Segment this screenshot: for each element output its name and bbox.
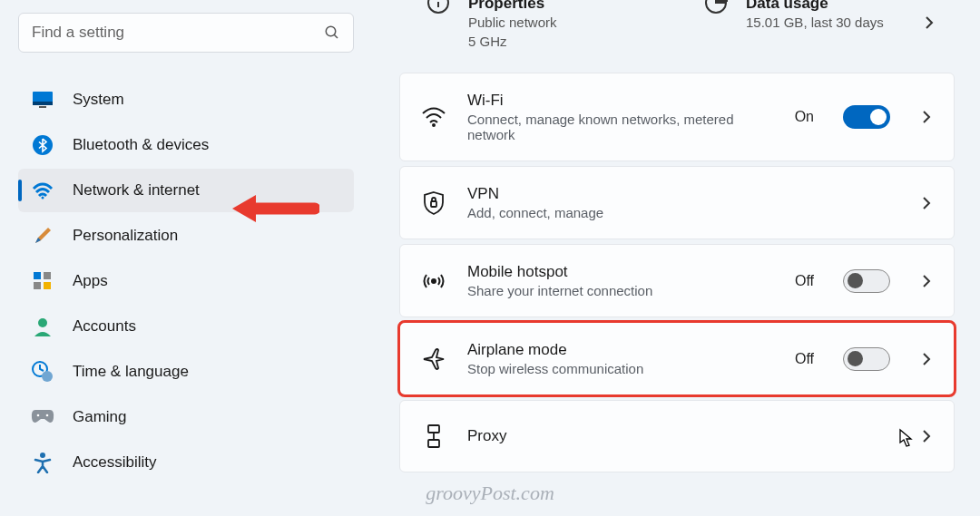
accessibility-icon bbox=[31, 451, 54, 474]
svg-rect-24 bbox=[428, 440, 439, 447]
sidebar-item-label: Personalization bbox=[73, 227, 178, 245]
svg-point-6 bbox=[42, 197, 44, 200]
sidebar-item-label: Bluetooth & devices bbox=[73, 136, 209, 154]
data-usage-sub: 15.01 GB, last 30 days bbox=[746, 13, 906, 32]
airplane-icon bbox=[420, 346, 447, 372]
svg-point-11 bbox=[38, 318, 47, 327]
card-proxy[interactable]: Proxy bbox=[399, 400, 955, 472]
sidebar-item-time[interactable]: Time & language bbox=[18, 350, 354, 394]
card-sub: Connect, manage known networks, metered … bbox=[467, 112, 775, 142]
card-sub: Stop wireless communication bbox=[467, 361, 775, 376]
svg-point-20 bbox=[433, 124, 435, 126]
bluetooth-icon bbox=[31, 133, 54, 157]
sidebar-item-system[interactable]: System bbox=[18, 78, 354, 122]
svg-rect-8 bbox=[44, 272, 51, 279]
properties-sub1: Public network bbox=[468, 13, 557, 32]
info-icon bbox=[426, 0, 452, 16]
svg-rect-9 bbox=[34, 282, 41, 289]
gamepad-icon bbox=[31, 405, 54, 429]
card-title: Airplane mode bbox=[467, 341, 775, 359]
properties-block[interactable]: Properties Public network 5 GHz bbox=[426, 0, 659, 51]
svg-point-13 bbox=[42, 371, 53, 382]
sidebar-item-personalization[interactable]: Personalization bbox=[18, 214, 354, 258]
card-sub: Add, connect, manage bbox=[467, 205, 899, 220]
card-title: VPN bbox=[467, 185, 899, 203]
wifi-state-label: On bbox=[795, 109, 814, 125]
properties-sub2: 5 GHz bbox=[468, 32, 557, 51]
hotspot-toggle[interactable] bbox=[843, 269, 890, 293]
main-content: Properties Public network 5 GHz Data usa… bbox=[354, 0, 980, 516]
card-vpn[interactable]: VPN Add, connect, manage bbox=[399, 166, 955, 239]
properties-title: Properties bbox=[468, 0, 557, 13]
card-hotspot[interactable]: Mobile hotspot Share your internet conne… bbox=[399, 244, 955, 317]
card-title: Proxy bbox=[467, 427, 899, 445]
wifi-icon bbox=[31, 179, 54, 202]
data-usage-block[interactable]: Data usage 15.01 GB, last 30 days bbox=[704, 0, 936, 51]
sidebar-item-label: System bbox=[73, 91, 124, 109]
sidebar-item-label: Accounts bbox=[73, 317, 136, 336]
pie-chart-icon bbox=[704, 0, 730, 16]
svg-line-1 bbox=[334, 34, 338, 38]
apps-icon bbox=[31, 269, 54, 293]
search-box[interactable] bbox=[18, 13, 354, 53]
svg-point-14 bbox=[37, 414, 40, 417]
svg-rect-10 bbox=[44, 282, 51, 289]
search-input[interactable] bbox=[32, 24, 324, 42]
sidebar-item-apps[interactable]: Apps bbox=[18, 259, 354, 303]
chevron-right-icon bbox=[919, 352, 934, 366]
sidebar-item-label: Time & language bbox=[73, 363, 189, 381]
svg-point-22 bbox=[432, 279, 436, 283]
sidebar-item-accounts[interactable]: Accounts bbox=[18, 305, 354, 348]
wifi-toggle[interactable] bbox=[843, 105, 890, 129]
chevron-right-icon bbox=[919, 110, 934, 124]
hotspot-state-label: Off bbox=[795, 273, 814, 289]
svg-rect-23 bbox=[428, 425, 439, 433]
sidebar-item-label: Gaming bbox=[73, 408, 127, 426]
clock-globe-icon bbox=[31, 360, 54, 384]
card-sub: Share your internet connection bbox=[467, 283, 775, 298]
system-icon bbox=[31, 88, 54, 112]
card-wifi[interactable]: Wi-Fi Connect, manage known networks, me… bbox=[399, 73, 955, 161]
svg-point-16 bbox=[40, 453, 45, 458]
sidebar-item-gaming[interactable]: Gaming bbox=[18, 395, 354, 439]
svg-rect-7 bbox=[34, 272, 41, 279]
shield-lock-icon bbox=[420, 190, 447, 216]
chevron-right-icon bbox=[919, 196, 934, 210]
svg-rect-3 bbox=[33, 102, 53, 105]
card-title: Wi-Fi bbox=[467, 92, 775, 110]
svg-point-0 bbox=[326, 26, 336, 36]
card-title: Mobile hotspot bbox=[467, 263, 775, 281]
sidebar-item-bluetooth[interactable]: Bluetooth & devices bbox=[18, 123, 354, 167]
sidebar-item-label: Apps bbox=[73, 272, 108, 290]
person-icon bbox=[31, 315, 54, 338]
chevron-right-icon bbox=[919, 429, 934, 443]
airplane-state-label: Off bbox=[795, 351, 814, 367]
sidebar-item-label: Accessibility bbox=[73, 453, 157, 472]
airplane-toggle[interactable] bbox=[843, 347, 890, 371]
svg-rect-21 bbox=[431, 201, 436, 207]
search-icon bbox=[324, 24, 340, 41]
paintbrush-icon bbox=[31, 224, 54, 248]
chevron-right-icon bbox=[922, 15, 936, 30]
sidebar-item-label: Network & internet bbox=[73, 181, 200, 200]
wifi-icon bbox=[420, 106, 447, 128]
hotspot-icon bbox=[420, 271, 447, 291]
sidebar-item-network[interactable]: Network & internet bbox=[18, 169, 354, 212]
card-airplane-mode[interactable]: Airplane mode Stop wireless communicatio… bbox=[399, 322, 955, 395]
sidebar-item-accessibility[interactable]: Accessibility bbox=[18, 441, 354, 484]
proxy-icon bbox=[420, 424, 447, 449]
svg-point-15 bbox=[46, 414, 49, 417]
nav-list: System Bluetooth & devices Network & int… bbox=[18, 78, 349, 484]
settings-sidebar: System Bluetooth & devices Network & int… bbox=[0, 0, 354, 516]
svg-rect-4 bbox=[39, 106, 46, 108]
data-usage-title: Data usage bbox=[746, 0, 906, 13]
chevron-right-icon bbox=[919, 274, 934, 288]
